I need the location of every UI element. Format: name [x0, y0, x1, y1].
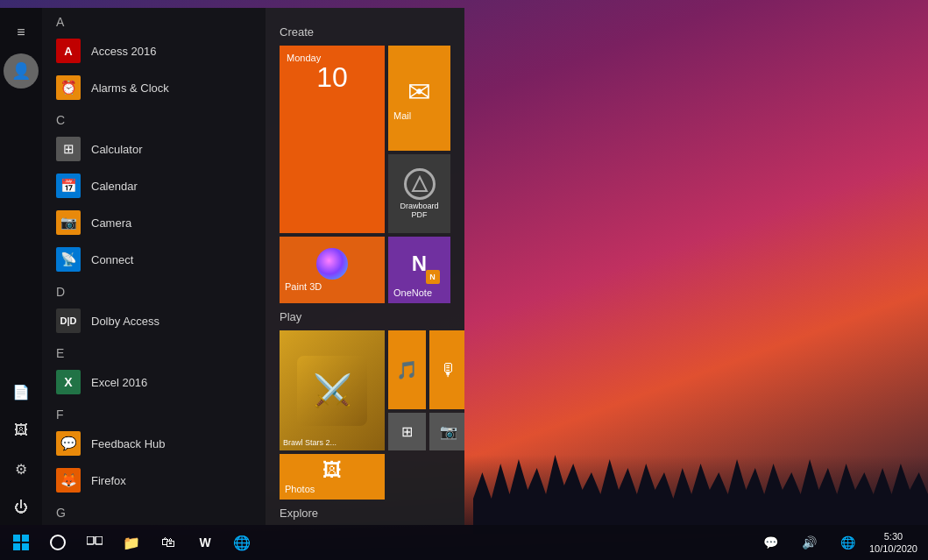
access-icon: A [56, 39, 81, 63]
brawl-char: ⚔️ [280, 330, 385, 450]
app-label-connect: Connect [91, 253, 133, 266]
photos-tile[interactable]: 🖼 Photos [280, 454, 385, 500]
section-letter-c: C [42, 106, 266, 131]
start-menu: ≡ 👤 📄 🖼 ⚙ ⏻ A A Access 2016 ⏰ Alarms & C… [0, 8, 464, 525]
word-button[interactable]: W [188, 525, 223, 560]
paint3d-label: Paint 3D [285, 281, 322, 292]
calendar-num: 10 [316, 63, 348, 91]
app-item-calculator[interactable]: ⊞ Calculator [42, 131, 266, 167]
app-item-access[interactable]: A Access 2016 [42, 32, 266, 69]
app-item-dolby[interactable]: D|D Dolby Access [42, 302, 266, 339]
section-letter-e: E [42, 339, 266, 364]
camera-icon: 📷 [56, 210, 81, 235]
svg-marker-0 [413, 177, 427, 191]
svg-rect-2 [22, 535, 29, 542]
section-letter-d: D [42, 278, 266, 302]
app-item-camera[interactable]: 📷 Camera [42, 204, 266, 241]
app-item-gamebar[interactable]: 🎮 Game bar [42, 523, 266, 525]
connect-icon: 📡 [56, 247, 81, 272]
svg-rect-4 [22, 543, 29, 550]
app-list-panel: A A Access 2016 ⏰ Alarms & Clock C ⊞ Cal… [42, 8, 266, 525]
section-letter-a: A [42, 8, 266, 32]
taskview-button[interactable] [77, 525, 112, 560]
calc-small-tile[interactable]: ⊞ [388, 413, 426, 450]
dolby-icon: D|D [56, 308, 81, 333]
calendar-icon: 📅 [56, 174, 81, 198]
create-section-label: Create [280, 25, 450, 39]
power-button[interactable]: ⏻ [4, 490, 39, 525]
drawboard-tile[interactable]: Drawboard PDF [388, 154, 450, 233]
app-label-alarms: Alarms & Clock [91, 82, 169, 95]
drawboard-label: Drawboard PDF [393, 202, 445, 219]
photos-label: Photos [285, 484, 315, 494]
section-letter-g: G [42, 499, 266, 523]
app-item-firefox[interactable]: 🦊 Firefox [42, 462, 266, 499]
chrome-button[interactable]: 🌐 [224, 525, 259, 560]
groove-tile[interactable]: 🎵 [388, 330, 426, 409]
excel-icon: X [56, 370, 81, 394]
svg-rect-3 [13, 543, 20, 550]
taskbar-time: 5:30 10/10/2020 [869, 530, 917, 556]
svg-point-5 [51, 535, 65, 549]
tiles-panel: Create Monday 10 ✉ Mail Drawboard PDF [266, 8, 464, 525]
file-explorer-button[interactable]: 📁 [114, 525, 149, 560]
app-item-connect[interactable]: 📡 Connect [42, 241, 266, 278]
paint3d-tile[interactable]: Paint 3D [280, 237, 385, 303]
feedback-icon: 💬 [56, 431, 81, 456]
alarms-icon: ⏰ [56, 75, 81, 100]
explore-section-label: Explore [280, 507, 450, 520]
play-section-label: Play [280, 310, 450, 323]
app-label-camera: Camera [91, 216, 131, 230]
mail-tile[interactable]: ✉ Mail [388, 46, 450, 151]
app-label-firefox: Firefox [91, 474, 126, 487]
clock-time: 5:30 [869, 530, 917, 542]
svg-rect-1 [13, 535, 20, 542]
groove2-tile[interactable]: 🎙 [429, 330, 464, 409]
app-list-content: A A Access 2016 ⏰ Alarms & Clock C ⊞ Cal… [42, 8, 266, 525]
hamburger-button[interactable]: ≡ [4, 15, 39, 50]
app-label-access: Access 2016 [91, 45, 156, 58]
calendar-tile[interactable]: Monday 10 [280, 46, 385, 233]
brawl-label: Brawl Stars 2... [283, 438, 336, 447]
sidebar-strip: ≡ 👤 📄 🖼 ⚙ ⏻ [0, 8, 42, 525]
taskbar: 📁 🛍 W 🌐 💬 🔊 🌐 5:30 10/10/2020 [0, 525, 928, 560]
network-button[interactable]: 🌐 [831, 525, 866, 560]
firefox-icon: 🦊 [56, 468, 81, 493]
app-item-calendar[interactable]: 📅 Calendar [42, 167, 266, 204]
app-item-excel[interactable]: X Excel 2016 [42, 364, 266, 401]
app-label-calculator: Calculator [91, 143, 143, 156]
calculator-icon: ⊞ [56, 137, 81, 161]
app-label-feedback: Feedback Hub [91, 437, 166, 450]
taskbar-right: 💬 🔊 🌐 5:30 10/10/2020 [754, 525, 924, 560]
app-label-excel: Excel 2016 [91, 376, 147, 389]
svg-rect-7 [96, 536, 103, 544]
create-grid: Monday 10 ✉ Mail Drawboard PDF Paint 3D [280, 46, 450, 303]
pictures-button[interactable]: 🖼 [4, 413, 39, 448]
documents-button[interactable]: 📄 [4, 374, 39, 409]
onenote-label: OneNote [393, 287, 432, 298]
volume-button[interactable]: 🔊 [792, 525, 827, 560]
svg-rect-6 [87, 536, 94, 544]
cam-small-tile[interactable]: 📷 [429, 413, 464, 450]
start-button[interactable] [4, 525, 39, 560]
app-label-dolby: Dolby Access [91, 315, 159, 328]
section-letter-f: F [42, 401, 266, 425]
user-avatar[interactable]: 👤 [4, 53, 39, 89]
brawlstars-tile[interactable]: ⚔️ Brawl Stars 2... [280, 330, 385, 450]
play-grid: ⚔️ Brawl Stars 2... 🎵 🎙 ⊞ 📷 🖼 [280, 330, 450, 500]
search-button[interactable] [40, 525, 75, 560]
store-button[interactable]: 🛍 [151, 525, 186, 560]
app-item-alarms[interactable]: ⏰ Alarms & Clock [42, 69, 266, 106]
app-label-calendar: Calendar [91, 180, 138, 193]
onenote-tile[interactable]: N N OneNote [388, 237, 450, 303]
mail-label: Mail [393, 110, 411, 121]
clock-date: 10/10/2020 [869, 542, 917, 555]
settings-button[interactable]: ⚙ [4, 451, 39, 486]
app-item-feedback[interactable]: 💬 Feedback Hub [42, 425, 266, 462]
notifications-button[interactable]: 💬 [754, 525, 789, 560]
